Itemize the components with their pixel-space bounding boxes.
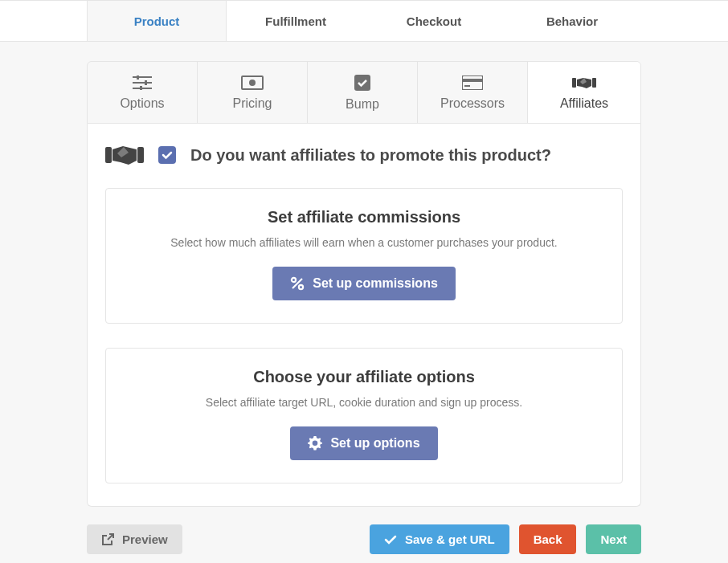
check-icon bbox=[162, 149, 173, 161]
svg-rect-5 bbox=[140, 86, 142, 90]
commissions-card: Set affiliate commissions Select how muc… bbox=[105, 188, 623, 324]
tab-product[interactable]: Product bbox=[87, 1, 227, 41]
subtab-options[interactable]: Options bbox=[88, 62, 198, 123]
svg-point-16 bbox=[292, 278, 296, 282]
subtab-bump[interactable]: Bump bbox=[308, 62, 418, 123]
subtab-affiliates-label: Affiliates bbox=[560, 96, 608, 111]
back-label: Back bbox=[534, 532, 562, 546]
svg-point-7 bbox=[249, 80, 256, 86]
affiliates-question-row: Do you want affiliates to promote this p… bbox=[105, 143, 623, 167]
svg-point-17 bbox=[299, 285, 303, 289]
save-button[interactable]: Save & get URL bbox=[370, 524, 509, 554]
svg-rect-1 bbox=[137, 75, 139, 80]
commissions-desc: Select how much affiliates will earn whe… bbox=[122, 236, 606, 249]
svg-rect-0 bbox=[133, 76, 152, 78]
svg-rect-11 bbox=[464, 85, 470, 87]
percent-icon bbox=[290, 276, 305, 291]
tab-behavior-label: Behavior bbox=[546, 14, 598, 28]
svg-line-19 bbox=[108, 534, 113, 540]
external-link-icon bbox=[101, 533, 114, 546]
svg-rect-3 bbox=[145, 80, 147, 85]
tab-checkout[interactable]: Checkout bbox=[365, 1, 503, 41]
svg-rect-12 bbox=[572, 78, 576, 88]
main-tabs: Product Fulfillment Checkout Behavior bbox=[0, 0, 728, 42]
setup-commissions-button[interactable]: Set up commissions bbox=[272, 267, 456, 300]
options-title: Choose your affiliate options bbox=[122, 368, 606, 386]
setup-commissions-label: Set up commissions bbox=[313, 276, 438, 291]
sliders-icon bbox=[133, 75, 152, 90]
svg-rect-9 bbox=[462, 75, 483, 90]
options-desc: Select affiliate target URL, cookie dura… bbox=[122, 396, 606, 409]
subtab-pricing[interactable]: Pricing bbox=[198, 62, 308, 123]
subtab-processors-label: Processors bbox=[440, 96, 505, 111]
svg-rect-14 bbox=[105, 147, 112, 163]
setup-options-label: Set up options bbox=[330, 436, 419, 451]
product-subtabs: Options Pricing Bump bbox=[87, 61, 641, 124]
footer-actions: Preview Save & get URL Back Next bbox=[87, 524, 641, 554]
preview-label: Preview bbox=[122, 532, 168, 546]
svg-rect-13 bbox=[592, 78, 596, 88]
subtab-processors[interactable]: Processors bbox=[418, 62, 528, 123]
preview-button[interactable]: Preview bbox=[87, 524, 182, 554]
setup-options-button[interactable]: Set up options bbox=[290, 426, 437, 460]
next-label: Next bbox=[600, 532, 627, 546]
subtab-options-label: Options bbox=[120, 96, 164, 111]
next-button[interactable]: Next bbox=[586, 524, 641, 554]
svg-rect-10 bbox=[462, 79, 483, 82]
tab-checkout-label: Checkout bbox=[407, 14, 461, 28]
tab-product-label: Product bbox=[134, 14, 180, 28]
handshake-icon bbox=[572, 75, 596, 90]
tab-fulfillment-label: Fulfillment bbox=[265, 14, 326, 28]
back-button[interactable]: Back bbox=[519, 524, 577, 554]
gear-icon bbox=[308, 436, 322, 451]
commissions-title: Set affiliate commissions bbox=[122, 208, 606, 226]
money-icon bbox=[241, 75, 264, 90]
check-square-icon bbox=[354, 75, 370, 91]
affiliates-question-text: Do you want affiliates to promote this p… bbox=[190, 146, 551, 165]
subtab-bump-label: Bump bbox=[346, 97, 379, 112]
svg-line-18 bbox=[292, 279, 302, 288]
svg-rect-15 bbox=[137, 147, 144, 163]
credit-card-icon bbox=[462, 75, 483, 90]
svg-rect-8 bbox=[354, 75, 370, 91]
affiliates-panel: Do you want affiliates to promote this p… bbox=[87, 124, 641, 507]
affiliates-checkbox[interactable] bbox=[158, 146, 176, 164]
tab-behavior[interactable]: Behavior bbox=[503, 1, 641, 41]
handshake-icon bbox=[105, 143, 144, 167]
subtab-pricing-label: Pricing bbox=[233, 96, 272, 111]
svg-rect-2 bbox=[133, 82, 152, 84]
save-label: Save & get URL bbox=[405, 532, 495, 546]
subtab-affiliates[interactable]: Affiliates bbox=[528, 62, 640, 123]
check-icon bbox=[384, 533, 397, 546]
options-card: Choose your affiliate options Select aff… bbox=[105, 348, 623, 483]
tab-fulfillment[interactable]: Fulfillment bbox=[227, 1, 365, 41]
